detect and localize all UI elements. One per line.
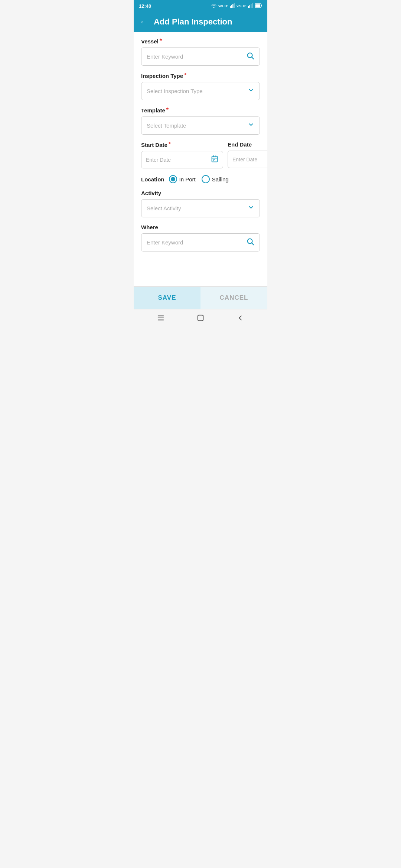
end-date-input[interactable]: [232, 157, 267, 162]
bottom-buttons: SAVE CANCEL: [134, 286, 267, 309]
svg-rect-4: [248, 6, 249, 8]
vessel-search-icon: [246, 52, 254, 62]
status-bar: 12:40 VoLTE VoLTE: [134, 0, 267, 12]
svg-rect-17: [213, 159, 214, 160]
svg-rect-5: [250, 5, 251, 8]
status-icons: VoLTE VoLTE: [211, 3, 262, 9]
vessel-field-group: Vessel *: [141, 38, 260, 66]
nav-back-icon[interactable]: [236, 314, 244, 324]
inspection-type-placeholder: Select Inspection Type: [147, 88, 203, 94]
where-field-group: Where: [141, 224, 260, 251]
date-row: Start Date *: [141, 141, 260, 168]
vessel-label: Vessel *: [141, 38, 260, 45]
location-in-port-option[interactable]: In Port: [169, 175, 196, 183]
activity-label: Activity: [141, 190, 260, 196]
end-date-label: End Date: [228, 141, 267, 148]
page-header: ← Add Plan Inspection: [134, 12, 267, 32]
template-chevron-icon: [248, 121, 254, 130]
template-required-star: *: [166, 107, 169, 114]
vessel-input[interactable]: [147, 53, 246, 60]
svg-rect-3: [234, 3, 235, 8]
cancel-button[interactable]: CANCEL: [200, 287, 267, 309]
activity-chevron-icon: [248, 204, 254, 213]
form-container: Vessel * Inspection Type * Select I: [134, 32, 267, 286]
sailing-radio-circle[interactable]: [202, 175, 210, 183]
inspection-type-chevron-icon: [248, 87, 254, 95]
spacer: [141, 258, 260, 280]
vessel-required-star: *: [160, 38, 162, 45]
nav-menu-icon[interactable]: [157, 314, 165, 324]
inspection-type-select[interactable]: Select Inspection Type: [141, 82, 260, 100]
location-label: Location: [141, 176, 164, 183]
where-input-wrapper[interactable]: [141, 233, 260, 251]
activity-field-group: Activity Select Activity: [141, 190, 260, 217]
back-button[interactable]: ←: [140, 17, 148, 27]
in-port-radio-circle[interactable]: [169, 175, 177, 183]
end-date-group: End Date: [228, 141, 267, 168]
svg-rect-7: [252, 3, 253, 8]
svg-rect-6: [251, 4, 252, 8]
svg-line-28: [252, 243, 254, 245]
svg-rect-9: [261, 5, 262, 7]
end-date-input-wrapper[interactable]: [228, 151, 267, 168]
template-placeholder: Select Template: [147, 122, 186, 129]
where-label: Where: [141, 224, 260, 230]
signal2-icon: [248, 3, 253, 9]
location-sailing-option[interactable]: Sailing: [202, 175, 229, 183]
svg-rect-1: [231, 5, 232, 8]
lte-icon: VoLTE: [218, 4, 228, 8]
svg-rect-32: [198, 315, 203, 321]
inspection-type-required-star: *: [184, 72, 186, 79]
svg-rect-18: [214, 159, 215, 160]
inspection-type-field-group: Inspection Type * Select Inspection Type: [141, 72, 260, 100]
activity-placeholder: Select Activity: [147, 205, 181, 211]
template-label: Template *: [141, 107, 260, 114]
save-button[interactable]: SAVE: [134, 287, 200, 309]
wifi-icon: [211, 3, 217, 9]
template-field-group: Template * Select Template: [141, 107, 260, 135]
in-port-label: In Port: [179, 176, 196, 183]
page-title: Add Plan Inspection: [154, 17, 232, 27]
where-input[interactable]: [147, 239, 246, 246]
svg-rect-0: [230, 6, 231, 8]
where-search-icon: [246, 237, 254, 247]
signal-icon: [230, 3, 235, 9]
svg-line-12: [252, 57, 254, 59]
svg-rect-10: [255, 4, 260, 7]
sailing-label: Sailing: [212, 176, 229, 183]
svg-rect-2: [232, 4, 234, 8]
start-date-input[interactable]: [146, 157, 211, 163]
nav-home-icon[interactable]: [196, 314, 205, 324]
nav-bar: [134, 309, 267, 328]
svg-rect-19: [213, 160, 214, 161]
start-date-label: Start Date *: [141, 141, 223, 148]
vessel-input-wrapper[interactable]: [141, 47, 260, 66]
location-radio-group: In Port Sailing: [169, 175, 229, 183]
template-select[interactable]: Select Template: [141, 116, 260, 135]
start-date-required-star: *: [169, 141, 171, 148]
inspection-type-label: Inspection Type *: [141, 72, 260, 79]
location-row: Location In Port Sailing: [141, 175, 260, 183]
start-date-calendar-icon: [211, 155, 218, 164]
battery-icon: [255, 3, 262, 9]
start-date-group: Start Date *: [141, 141, 223, 168]
lte2-icon: VoLTE: [237, 4, 247, 8]
start-date-input-wrapper[interactable]: [141, 151, 223, 168]
activity-select[interactable]: Select Activity: [141, 199, 260, 217]
status-time: 12:40: [139, 3, 151, 9]
